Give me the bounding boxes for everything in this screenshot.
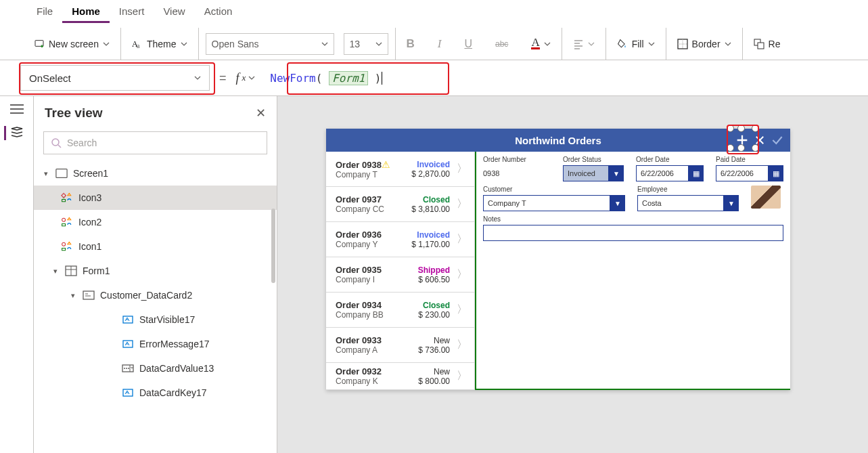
field-label: Customer bbox=[483, 186, 625, 193]
font-size-select[interactable]: 13 bbox=[344, 33, 388, 55]
menu-action[interactable]: Action bbox=[195, 0, 242, 21]
notes-input[interactable] bbox=[483, 225, 783, 241]
order-status: Invoiced bbox=[403, 230, 450, 240]
theme-button[interactable]: Aa Theme bbox=[128, 36, 191, 52]
menu-insert[interactable]: Insert bbox=[110, 0, 154, 21]
add-icon[interactable] bbox=[733, 131, 751, 149]
tree-node-icon1[interactable]: Icon1 bbox=[34, 234, 277, 259]
tree-node-label: Icon2 bbox=[78, 217, 101, 228]
formula-bar: OnSelect = fx NewForm( Form1 ) bbox=[0, 60, 868, 96]
formula-input[interactable]: NewForm( Form1 ) bbox=[265, 65, 863, 91]
employee-select[interactable]: Costa▼ bbox=[637, 195, 739, 211]
chevron-right-icon[interactable]: 〉 bbox=[454, 303, 470, 317]
order-row[interactable]: Order 0936Company Y Invoiced$ 1,170.00 〉 bbox=[326, 222, 474, 257]
submit-icon[interactable] bbox=[769, 131, 786, 149]
tree-search-input[interactable]: Search bbox=[43, 131, 267, 154]
customer-select[interactable]: Company T▼ bbox=[483, 195, 625, 211]
chevron-right-icon[interactable]: 〉 bbox=[454, 338, 470, 352]
tree: ▾ Screen1 Icon3 Icon2 Icon1 ▾ Form1 bbox=[34, 161, 277, 453]
chevron-right-icon[interactable]: 〉 bbox=[454, 267, 470, 282]
chevron-down-icon bbox=[181, 41, 187, 47]
border-label: Border bbox=[692, 39, 721, 49]
chevron-down-icon: ▼ bbox=[610, 195, 625, 211]
screen-icon bbox=[55, 168, 68, 179]
font-family-value: Open Sans bbox=[212, 39, 259, 49]
tree-node-datacard[interactable]: ▾ Customer_DataCard2 bbox=[34, 283, 277, 307]
menu-view[interactable]: View bbox=[154, 0, 194, 21]
top-menu: File Home Insert View Action bbox=[0, 0, 868, 27]
italic-button[interactable]: I bbox=[434, 35, 446, 53]
new-screen-button[interactable]: New screen bbox=[30, 36, 114, 52]
close-icon[interactable]: ✕ bbox=[256, 106, 266, 121]
order-row[interactable]: Order 0938⚠ Company T Invoiced $ 2,870.0… bbox=[326, 152, 474, 187]
order-row[interactable]: Order 0932Company K New$ 800.00 〉 bbox=[326, 363, 474, 390]
svg-point-6 bbox=[52, 139, 59, 146]
svg-rect-5 bbox=[758, 43, 764, 49]
fill-button[interactable]: Fill bbox=[613, 36, 659, 52]
field-label: Notes bbox=[483, 215, 783, 223]
strikethrough-button[interactable]: abc bbox=[491, 37, 512, 51]
order-status: Shipped bbox=[403, 265, 450, 275]
align-button[interactable] bbox=[569, 36, 599, 52]
field-label: Order Number bbox=[483, 156, 551, 163]
new-screen-icon bbox=[34, 39, 45, 49]
employee-avatar bbox=[751, 186, 781, 209]
font-size-value: 13 bbox=[350, 39, 361, 49]
chevron-right-icon[interactable]: 〉 bbox=[454, 162, 470, 176]
order-id: Order 0932 bbox=[336, 366, 398, 376]
tree-node-datacardkey[interactable]: DataCardKey17 bbox=[34, 381, 277, 405]
order-status-select[interactable]: Invoiced▼ bbox=[563, 165, 624, 181]
reorder-button[interactable]: Re bbox=[750, 36, 785, 52]
chevron-down-icon bbox=[194, 74, 201, 81]
order-date-picker[interactable]: 6/22/2006▦ bbox=[636, 165, 704, 181]
tree-view-icon[interactable] bbox=[10, 126, 24, 138]
order-row[interactable]: Order 0934Company BB Closed$ 230.00 〉 bbox=[326, 293, 474, 328]
order-company: Company CC bbox=[336, 204, 398, 214]
font-family-select[interactable]: Open Sans bbox=[206, 33, 334, 55]
order-status: Closed bbox=[403, 301, 450, 310]
tree-node-label: Icon3 bbox=[78, 192, 101, 203]
svg-text:a: a bbox=[137, 42, 140, 49]
tree-node-label: Icon1 bbox=[78, 241, 101, 252]
hamburger-icon[interactable] bbox=[10, 104, 24, 114]
canvas[interactable]: Northwind Orders bbox=[277, 96, 868, 453]
underline-button[interactable]: U bbox=[460, 35, 476, 53]
chevron-right-icon[interactable]: 〉 bbox=[454, 232, 470, 246]
tree-node-starvisible[interactable]: StarVisible17 bbox=[34, 307, 277, 332]
fx-button[interactable]: fx bbox=[236, 71, 256, 85]
order-amount: $ 2,870.00 bbox=[403, 169, 450, 179]
order-id: Order 0934 bbox=[336, 300, 398, 310]
property-selector-value: OnSelect bbox=[29, 72, 71, 84]
menu-file[interactable]: File bbox=[27, 0, 62, 21]
tree-node-icon2[interactable]: Icon2 bbox=[34, 210, 277, 234]
chevron-down-icon: ▼ bbox=[609, 165, 624, 181]
app-title: Northwind Orders bbox=[515, 135, 601, 146]
reorder-icon bbox=[754, 39, 764, 49]
tree-node-errormessage[interactable]: ErrorMessage17 bbox=[34, 332, 277, 356]
tree-node-screen[interactable]: ▾ Screen1 bbox=[34, 161, 277, 186]
cancel-icon[interactable] bbox=[751, 131, 769, 149]
tree-node-icon3[interactable]: Icon3 bbox=[34, 186, 277, 210]
menu-home[interactable]: Home bbox=[62, 0, 110, 23]
order-row[interactable]: Order 0935Company I Shipped$ 606.50 〉 bbox=[326, 257, 474, 293]
scrollbar[interactable] bbox=[271, 209, 275, 283]
property-selector[interactable]: OnSelect bbox=[20, 65, 210, 91]
svg-rect-12 bbox=[83, 291, 94, 299]
chevron-right-icon[interactable]: 〉 bbox=[454, 369, 470, 383]
order-company: Company K bbox=[336, 376, 398, 386]
calendar-icon: ▦ bbox=[689, 165, 704, 181]
order-row[interactable]: Order 0933Company A New$ 736.00 〉 bbox=[326, 328, 474, 363]
paid-date-picker[interactable]: 6/22/2006▦ bbox=[716, 165, 783, 181]
tree-node-label: DataCardValue13 bbox=[139, 363, 214, 374]
order-row[interactable]: Order 0937Company CC Closed$ 3,810.00 〉 bbox=[326, 187, 474, 222]
order-company: Company I bbox=[336, 275, 398, 284]
equals-sign: = bbox=[219, 71, 227, 85]
bold-button[interactable]: B bbox=[403, 35, 419, 53]
app-preview: Northwind Orders bbox=[326, 129, 790, 390]
tree-node-form1[interactable]: ▾ Form1 bbox=[34, 259, 277, 283]
chevron-right-icon[interactable]: 〉 bbox=[454, 197, 470, 211]
font-color-button[interactable]: A bbox=[527, 35, 554, 52]
orders-gallery[interactable]: Order 0938⚠ Company T Invoiced $ 2,870.0… bbox=[326, 152, 475, 390]
tree-node-datacardvalue[interactable]: DataCardValue13 bbox=[34, 356, 277, 381]
border-button[interactable]: Border bbox=[673, 36, 735, 52]
